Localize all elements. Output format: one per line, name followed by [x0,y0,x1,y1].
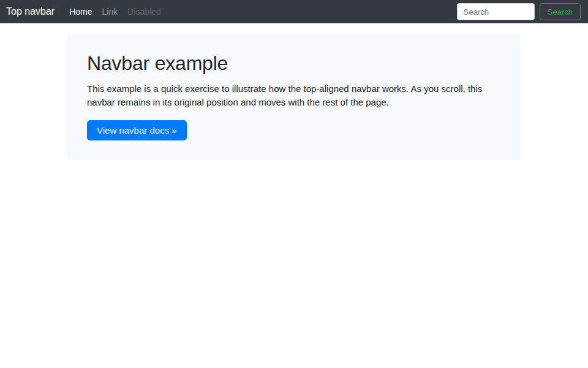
nav-link-home[interactable]: Home [64,7,97,17]
nav-link-link[interactable]: Link [97,7,123,17]
navbar-nav: Home Link Disabled [64,6,457,17]
view-navbar-docs-button[interactable]: View navbar docs » [87,120,187,140]
jumbotron: Navbar example This example is a quick e… [67,34,521,160]
main-container: Navbar example This example is a quick e… [67,34,521,160]
search-input[interactable] [457,3,535,20]
top-navbar: Top navbar Home Link Disabled Search [0,0,588,23]
navbar-brand[interactable]: Top navbar [6,6,55,17]
page-title: Navbar example [87,52,501,75]
search-button[interactable]: Search [540,3,581,20]
nav-link-disabled: Disabled [123,7,165,17]
page-description: This example is a quick exercise to illu… [87,82,501,109]
navbar-search-form: Search [457,3,581,20]
